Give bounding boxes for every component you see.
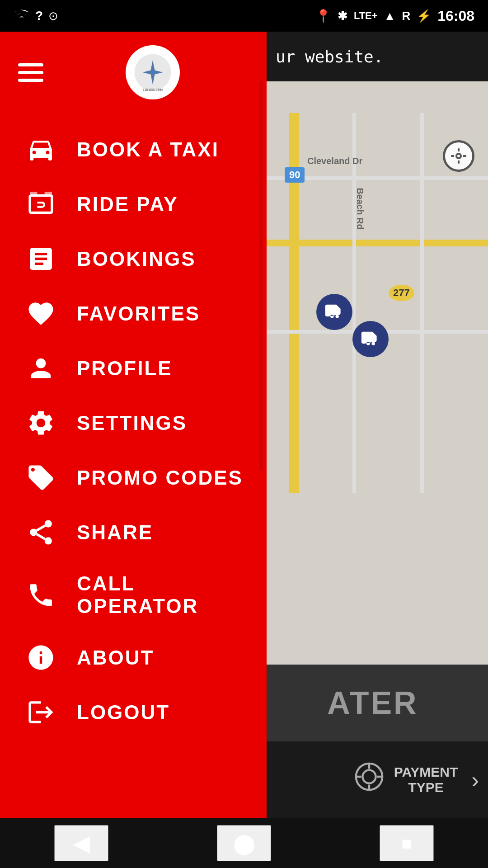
app-logo: 710-833-0994 bbox=[126, 45, 180, 99]
logout-label: LOGOUT bbox=[77, 701, 170, 724]
sidebar-item-ride-pay[interactable]: RIDE PAY bbox=[0, 177, 267, 231]
info-icon bbox=[23, 643, 59, 672]
hamburger-menu-button[interactable] bbox=[18, 63, 43, 82]
svg-point-5 bbox=[44, 537, 52, 544]
favorites-label: FAVORITES bbox=[77, 302, 200, 325]
payment-chevron-icon: › bbox=[471, 767, 479, 793]
bluetooth-icon: ✱ bbox=[338, 9, 347, 23]
time-display: 16:08 bbox=[437, 8, 474, 24]
share-label: SHARE bbox=[77, 521, 153, 544]
payment-type-section[interactable]: PAYMENT TYPE › bbox=[353, 761, 479, 799]
ride-pay-icon bbox=[23, 189, 59, 219]
cleveland-dr-label: Cleveland Dr bbox=[307, 156, 362, 166]
promo-codes-label: PROMO CODES bbox=[77, 467, 243, 489]
tag-icon bbox=[23, 463, 59, 492]
svg-point-9 bbox=[362, 770, 375, 783]
taxi-marker-1 bbox=[316, 294, 352, 330]
payment-type-text: PAYMENT TYPE bbox=[394, 764, 458, 795]
call-operator-label: CALL OPERATOR bbox=[77, 572, 244, 618]
back-button[interactable]: ◀ bbox=[54, 825, 108, 861]
sidebar-item-about[interactable]: ABOUT bbox=[0, 630, 267, 685]
share-icon bbox=[23, 518, 59, 547]
location-icon: 📍 bbox=[315, 9, 331, 24]
sidebar-item-book-taxi[interactable]: BOOK A TAXI bbox=[0, 122, 267, 177]
beach-rd-label: Beach Rd bbox=[355, 188, 365, 229]
book-later-section[interactable]: ATER bbox=[258, 665, 488, 741]
home-button[interactable]: ⬤ bbox=[217, 825, 271, 861]
location-target-button[interactable] bbox=[443, 140, 474, 172]
svg-line-6 bbox=[37, 534, 45, 539]
wifi-icon bbox=[14, 6, 30, 26]
sidebar-item-profile[interactable]: PROFILE bbox=[0, 341, 267, 396]
svg-line-7 bbox=[37, 526, 45, 531]
payment-bottom-bar[interactable]: PAYMENT TYPE › bbox=[262, 741, 488, 818]
profile-label: PROFILE bbox=[77, 357, 173, 380]
svg-point-3 bbox=[44, 520, 52, 527]
settings-icon bbox=[23, 408, 59, 438]
website-banner: ur website. bbox=[262, 32, 488, 81]
highway-90-badge: 90 bbox=[285, 167, 305, 183]
phone-icon bbox=[23, 580, 59, 610]
bookings-icon bbox=[23, 244, 59, 274]
map-view: 90 277 Cleveland Dr Beach Rd bbox=[262, 113, 488, 493]
ride-pay-label: RIDE PAY bbox=[77, 193, 178, 216]
status-right-icons: 📍 ✱ LTE+ ▲ R ⚡ 16:08 bbox=[315, 8, 474, 24]
status-left-icons: ? ⊙ bbox=[14, 6, 58, 26]
r-badge: R bbox=[402, 9, 410, 23]
settings-label: SETTINGS bbox=[77, 412, 187, 434]
road-277-badge: 277 bbox=[389, 285, 414, 301]
sidebar-overlay: 710-833-0994 BOOK A TAXI RIDE bbox=[0, 32, 267, 836]
payment-icon bbox=[353, 761, 385, 799]
logout-icon bbox=[23, 698, 59, 727]
book-taxi-label: BOOK A TAXI bbox=[77, 138, 219, 161]
panel-divider bbox=[260, 81, 263, 470]
sidebar-item-settings[interactable]: SETTINGS bbox=[0, 396, 267, 450]
svg-point-4 bbox=[30, 528, 37, 536]
clock-icon: ⊙ bbox=[48, 9, 58, 23]
navigation-bar: ◀ ⬤ ■ bbox=[0, 818, 488, 868]
bookings-label: BOOKINGS bbox=[77, 248, 196, 270]
taxi-marker-2 bbox=[352, 321, 389, 357]
profile-icon bbox=[23, 354, 59, 383]
sidebar-item-call-operator[interactable]: CALL OPERATOR bbox=[0, 560, 267, 630]
menu-list: BOOK A TAXI RIDE PAY BOOKINGS bbox=[0, 113, 267, 749]
svg-text:710-833-0994: 710-833-0994 bbox=[143, 88, 163, 92]
question-icon: ? bbox=[35, 9, 43, 23]
sidebar-item-favorites[interactable]: FAVORITES bbox=[0, 286, 267, 341]
about-label: ABOUT bbox=[77, 646, 154, 669]
taxi-icon bbox=[23, 135, 59, 164]
sidebar-item-promo-codes[interactable]: PROMO CODES bbox=[0, 450, 267, 505]
logo-container: 710-833-0994 bbox=[57, 45, 249, 99]
status-bar: ? ⊙ 📍 ✱ LTE+ ▲ R ⚡ 16:08 bbox=[0, 0, 488, 32]
heart-icon bbox=[23, 299, 59, 328]
sidebar-item-logout[interactable]: LOGOUT bbox=[0, 685, 267, 740]
svg-point-0 bbox=[456, 154, 461, 158]
book-later-text: ATER bbox=[327, 685, 418, 721]
sidebar-item-bookings[interactable]: BOOKINGS bbox=[0, 231, 267, 286]
lte-icon: LTE+ bbox=[354, 10, 378, 22]
battery-icon: ⚡ bbox=[417, 9, 431, 23]
sidebar-header: 710-833-0994 bbox=[0, 32, 267, 113]
signal-icon: ▲ bbox=[384, 9, 396, 23]
recents-button[interactable]: ■ bbox=[380, 825, 434, 861]
sidebar-item-share[interactable]: SHARE bbox=[0, 505, 267, 560]
